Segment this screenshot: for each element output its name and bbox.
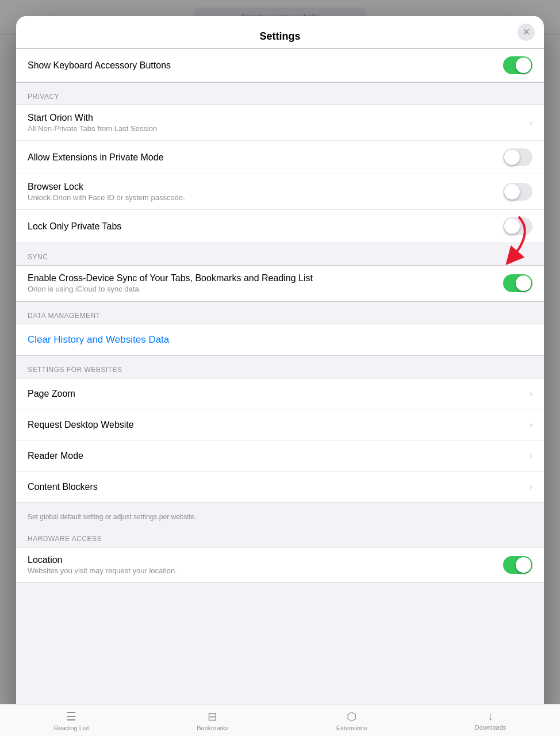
settings-for-websites-section: SETTINGS FOR WEBSITES Page Zoom › Reques… <box>16 356 544 525</box>
settings-for-websites-header: SETTINGS FOR WEBSITES <box>16 356 544 378</box>
location-content: Location Websites you visit may request … <box>28 555 496 575</box>
close-icon: ✕ <box>523 26 530 37</box>
reader-mode-content: Reader Mode <box>28 451 518 461</box>
request-desktop-control: › <box>525 420 532 430</box>
allow-extensions-row: Allow Extensions in Private Mode <box>16 141 544 174</box>
clear-history-row[interactable]: Clear History and Websites Data <box>16 324 544 355</box>
modal-title: Settings <box>259 30 300 43</box>
content-blockers-title: Content Blockers <box>28 482 518 492</box>
settings-for-websites-header-text: SETTINGS FOR WEBSITES <box>28 366 122 374</box>
settings-for-websites-footer-text: Set global default setting or adjust set… <box>28 513 197 521</box>
browser-lock-toggle[interactable] <box>503 183 532 201</box>
sync-section: SYNC Enable Cross-Device Sync of Your Ta… <box>16 243 544 302</box>
privacy-header: PRIVACY <box>16 83 544 105</box>
allow-extensions-content: Allow Extensions in Private Mode <box>28 152 496 163</box>
browser-lock-control[interactable] <box>503 183 532 201</box>
page-zoom-title: Page Zoom <box>28 389 518 399</box>
keyboard-accessory-title: Show Keyboard Accessory Buttons <box>28 60 496 71</box>
downloads-icon: ↓ <box>488 710 493 723</box>
page-zoom-content: Page Zoom <box>28 389 518 399</box>
content-blockers-chevron: › <box>530 482 532 492</box>
browser-lock-content: Browser Lock Unlock Orion with Face ID o… <box>28 182 496 202</box>
privacy-section: PRIVACY Start Orion With All Non-Private… <box>16 83 544 243</box>
keyboard-accessory-section: Show Keyboard Accessory Buttons <box>16 48 544 83</box>
location-control[interactable] <box>503 556 532 574</box>
data-management-section: DATA MANAGEMENT Clear History and Websit… <box>16 302 544 356</box>
cross-device-sync-content: Enable Cross-Device Sync of Your Tabs, B… <box>28 273 496 293</box>
location-row: Location Websites you visit may request … <box>16 547 544 582</box>
bookmarks-icon: ⊟ <box>208 710 217 723</box>
keyboard-accessory-row: Show Keyboard Accessory Buttons <box>16 49 544 82</box>
request-desktop-row[interactable]: Request Desktop Website › <box>16 409 544 440</box>
page-zoom-chevron: › <box>530 389 532 399</box>
start-orion-content: Start Orion With All Non-Private Tabs fr… <box>28 113 518 133</box>
cross-device-sync-title: Enable Cross-Device Sync of Your Tabs, B… <box>28 273 496 283</box>
modal-body[interactable]: Show Keyboard Accessory Buttons PRIVACY … <box>16 48 544 720</box>
browser-lock-title: Browser Lock <box>28 182 496 192</box>
allow-extensions-title: Allow Extensions in Private Mode <box>28 152 496 163</box>
keyboard-accessory-content: Show Keyboard Accessory Buttons <box>28 60 496 71</box>
request-desktop-content: Request Desktop Website <box>28 420 518 430</box>
tab-bookmarks[interactable]: ⊟ Bookmarks <box>197 710 228 731</box>
downloads-label: Downloads <box>475 724 506 731</box>
sync-header-text: SYNC <box>28 253 48 261</box>
close-button[interactable]: ✕ <box>517 24 535 41</box>
tab-downloads[interactable]: ↓ Downloads <box>475 710 506 731</box>
content-blockers-control: › <box>525 482 532 492</box>
cross-device-sync-row: Enable Cross-Device Sync of Your Tabs, B… <box>16 266 544 301</box>
content-blockers-row[interactable]: Content Blockers › <box>16 471 544 503</box>
data-management-header: DATA MANAGEMENT <box>16 302 544 324</box>
lock-private-title: Lock Only Private Tabs <box>28 221 496 232</box>
start-orion-row[interactable]: Start Orion With All Non-Private Tabs fr… <box>16 105 544 141</box>
location-subtitle: Websites you visit may request your loca… <box>28 566 496 575</box>
toggle-knob <box>504 184 520 200</box>
privacy-header-text: PRIVACY <box>28 93 59 101</box>
settings-for-websites-group: Page Zoom › Request Desktop Website › <box>16 378 544 503</box>
reader-mode-row[interactable]: Reader Mode › <box>16 440 544 471</box>
settings-modal: Settings ✕ Show Keyboard Accessory Butto… <box>16 16 544 720</box>
lock-private-toggle[interactable] <box>503 217 532 235</box>
start-orion-control: › <box>525 118 532 128</box>
clear-history-link[interactable]: Clear History and Websites Data <box>28 334 532 346</box>
modal-header: Settings ✕ <box>16 16 544 48</box>
tab-reading-list[interactable]: ☰ Reading List <box>54 710 89 731</box>
start-orion-title: Start Orion With <box>28 113 518 123</box>
sync-group: Enable Cross-Device Sync of Your Tabs, B… <box>16 265 544 302</box>
request-desktop-chevron: › <box>530 420 532 430</box>
keyboard-accessory-control[interactable] <box>503 56 532 74</box>
lock-private-control[interactable] <box>503 217 532 235</box>
cross-device-sync-subtitle: Orion is using iCloud to sync data. <box>28 285 496 293</box>
tab-extensions[interactable]: ⬡ Extensions <box>336 710 367 731</box>
start-orion-chevron: › <box>530 118 532 128</box>
location-toggle[interactable] <box>503 556 532 574</box>
clear-history-content: Clear History and Websites Data <box>28 334 532 346</box>
sync-header: SYNC <box>16 243 544 265</box>
hardware-access-group: Location Websites you visit may request … <box>16 547 544 583</box>
toggle-knob <box>504 150 520 165</box>
toggle-knob <box>516 57 531 73</box>
lock-private-row: Lock Only Private Tabs <box>16 210 544 243</box>
hardware-access-header-text: HARDWARE ACCESS <box>28 535 102 543</box>
page-zoom-row[interactable]: Page Zoom › <box>16 378 544 409</box>
privacy-group: Start Orion With All Non-Private Tabs fr… <box>16 105 544 243</box>
reading-list-label: Reading List <box>54 724 89 731</box>
reading-list-icon: ☰ <box>66 710 76 723</box>
cross-device-sync-control[interactable] <box>503 274 532 292</box>
toggle-knob <box>504 218 520 234</box>
cross-device-sync-toggle[interactable] <box>503 274 532 292</box>
content-blockers-content: Content Blockers <box>28 482 518 492</box>
reader-mode-control: › <box>525 451 532 461</box>
location-title: Location <box>28 555 496 565</box>
data-management-group: Clear History and Websites Data <box>16 324 544 356</box>
data-management-header-text: DATA MANAGEMENT <box>28 312 100 320</box>
allow-extensions-toggle[interactable] <box>503 148 532 166</box>
toggle-knob <box>516 557 531 573</box>
keyboard-accessory-toggle[interactable] <box>503 56 532 74</box>
request-desktop-title: Request Desktop Website <box>28 420 518 430</box>
browser-lock-row: Browser Lock Unlock Orion with Face ID o… <box>16 174 544 210</box>
allow-extensions-control[interactable] <box>503 148 532 166</box>
page-zoom-control: › <box>525 389 532 399</box>
reader-mode-title: Reader Mode <box>28 451 518 461</box>
bookmarks-label: Bookmarks <box>197 724 228 731</box>
toggle-knob <box>516 275 531 291</box>
